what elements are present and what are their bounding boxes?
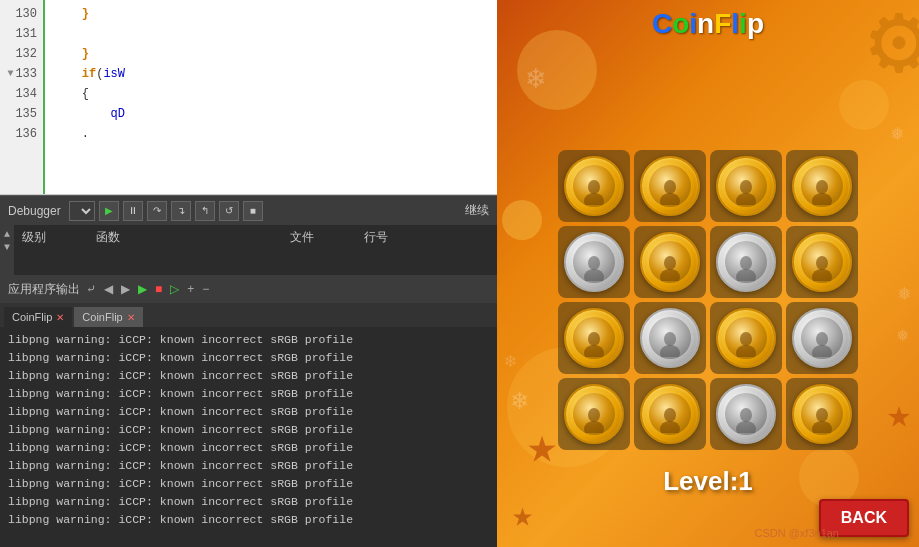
debug-stop-btn[interactable]: ■: [243, 201, 263, 221]
debug-step-over-btn[interactable]: ↷: [147, 201, 167, 221]
coin-cell-3-2[interactable]: [710, 378, 782, 450]
snowflake-2: ❅: [891, 120, 904, 147]
coin-cell-0-2[interactable]: [710, 150, 782, 222]
coin-gold: [640, 384, 700, 444]
stack-arrow-down[interactable]: ▼: [4, 242, 10, 253]
coin-cell-2-3[interactable]: [786, 302, 858, 374]
line-num-135: 135: [0, 104, 43, 124]
debugger-continue-label: 继续: [465, 202, 489, 219]
svg-point-8: [588, 256, 600, 270]
coin-gold: [564, 308, 624, 368]
snowflake-6: ❅: [898, 280, 911, 307]
coin-cell-3-3[interactable]: [786, 378, 858, 450]
svg-point-4: [740, 180, 752, 194]
coin-cell-0-1[interactable]: [634, 150, 706, 222]
svg-point-6: [816, 180, 828, 194]
line-numbers: 130 131 132 ▼133 134 135 136: [0, 0, 45, 194]
coin-cell-3-0[interactable]: [558, 378, 630, 450]
coin-cell-2-0[interactable]: [558, 302, 630, 374]
output-run-btn[interactable]: ▶: [136, 282, 149, 296]
output-stop-btn[interactable]: ■: [153, 282, 164, 296]
code-line: [53, 24, 489, 44]
title-f: F: [714, 8, 731, 39]
debug-run-btn[interactable]: ▶: [99, 201, 119, 221]
coin-cell-2-2[interactable]: [710, 302, 782, 374]
col-func: 函数: [96, 229, 120, 246]
output-prev-btn[interactable]: ◀: [102, 282, 115, 296]
coin-cell-0-0[interactable]: [558, 150, 630, 222]
coin-gold: [716, 308, 776, 368]
output-minus-btn[interactable]: −: [200, 282, 211, 296]
output-content: libpng warning: iCCP: known incorrect sR…: [0, 327, 497, 547]
output-debug-btn[interactable]: ▷: [168, 282, 181, 296]
coin-cell-3-1[interactable]: [634, 378, 706, 450]
line-num-136: 136: [0, 124, 43, 144]
svg-point-15: [812, 269, 832, 281]
coin-silver: [564, 232, 624, 292]
output-line: libpng warning: iCCP: known incorrect sR…: [8, 439, 489, 457]
bokeh-2: [839, 80, 889, 130]
fold-arrow[interactable]: ▼: [7, 64, 13, 84]
coin-cell-1-1[interactable]: [634, 226, 706, 298]
col-level: 级别: [22, 229, 46, 246]
stack-arrow-up[interactable]: ▲: [4, 229, 10, 240]
title-i2: i: [739, 8, 747, 39]
svg-point-16: [588, 332, 600, 346]
tab-label: CoinFlip: [82, 311, 122, 323]
svg-point-21: [736, 345, 756, 357]
svg-point-29: [736, 421, 756, 433]
debugger-label: Debugger: [8, 204, 61, 218]
output-tab-coinflip-2[interactable]: CoinFlip ✕: [74, 307, 142, 327]
output-wrap-btn[interactable]: ⤶: [84, 282, 98, 296]
coin-cell-0-3[interactable]: [786, 150, 858, 222]
star-deco-1: ★: [527, 416, 557, 477]
output-add-btn[interactable]: +: [185, 282, 196, 296]
coin-cell-2-1[interactable]: [634, 302, 706, 374]
debug-step-in-btn[interactable]: ↴: [171, 201, 191, 221]
svg-point-11: [660, 269, 680, 281]
svg-point-24: [588, 408, 600, 422]
svg-point-3: [660, 193, 680, 205]
snowflake-5: ❄: [505, 350, 516, 372]
bokeh-4: [799, 447, 859, 507]
snowflake-3: ❄: [512, 385, 528, 417]
coin-gold: [640, 156, 700, 216]
output-line: libpng warning: iCCP: known incorrect sR…: [8, 367, 489, 385]
output-tab-coinflip-1[interactable]: CoinFlip ✕: [4, 307, 72, 327]
svg-point-12: [740, 256, 752, 270]
debug-pause-btn[interactable]: ⏸: [123, 201, 143, 221]
output-line: libpng warning: iCCP: known incorrect sR…: [8, 421, 489, 439]
code-area: 130 131 132 ▼133 134 135 136 } } if(isW …: [0, 0, 497, 195]
line-num-130: 130: [0, 4, 43, 24]
star-deco-2: ★: [512, 494, 533, 537]
output-tabs: CoinFlip ✕ CoinFlip ✕: [0, 303, 497, 327]
svg-point-23: [812, 345, 832, 357]
coin-gold: [716, 156, 776, 216]
code-content: } } if(isW { qD .: [45, 0, 497, 194]
svg-point-17: [584, 345, 604, 357]
output-line: libpng warning: iCCP: known incorrect sR…: [8, 457, 489, 475]
level-text: Level:1: [663, 466, 753, 497]
debugger-dropdown[interactable]: [69, 201, 95, 221]
code-line: }: [53, 44, 489, 64]
tab-close-1[interactable]: ✕: [56, 312, 64, 323]
stack-header: 级别 函数 文件 行号: [14, 225, 497, 275]
title-l: l: [731, 8, 739, 39]
output-next-btn[interactable]: ▶: [119, 282, 132, 296]
bokeh-1: [517, 30, 597, 110]
title-i: i: [689, 8, 697, 39]
coin-cell-1-0[interactable]: [558, 226, 630, 298]
col-file: 文件: [290, 229, 314, 246]
debug-restart-btn[interactable]: ↺: [219, 201, 239, 221]
svg-point-14: [816, 256, 828, 270]
debug-step-out-btn[interactable]: ↰: [195, 201, 215, 221]
coin-cell-1-3[interactable]: [786, 226, 858, 298]
svg-point-18: [664, 332, 676, 346]
line-num-134: 134: [0, 84, 43, 104]
tab-close-2[interactable]: ✕: [127, 312, 135, 323]
output-line: libpng warning: iCCP: known incorrect sR…: [8, 403, 489, 421]
svg-point-1: [584, 193, 604, 205]
output-area: 应用程序输出 ⤶ ◀ ▶ ▶ ■ ▷ + − CoinFlip ✕ CoinFl…: [0, 275, 497, 547]
svg-point-20: [740, 332, 752, 346]
coin-cell-1-2[interactable]: [710, 226, 782, 298]
